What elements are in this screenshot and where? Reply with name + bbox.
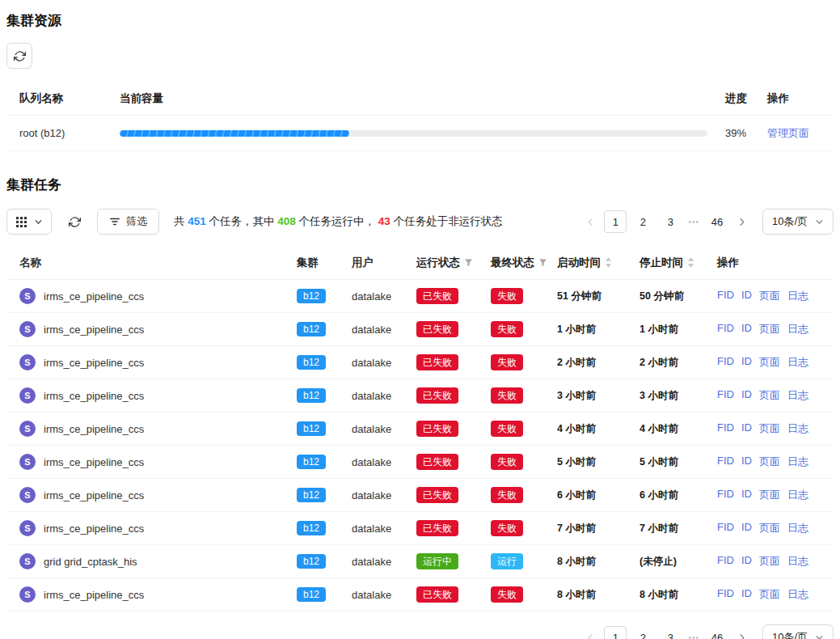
task-name: irms_ce_pipeline_ccs	[44, 357, 144, 369]
page-1-button[interactable]: 1	[604, 626, 627, 639]
id-link[interactable]: ID	[741, 355, 752, 370]
stop-time: 7 小时前	[639, 522, 717, 535]
user-name: datalake	[352, 489, 416, 501]
id-link[interactable]: ID	[741, 289, 752, 303]
fid-link[interactable]: FID	[717, 289, 734, 303]
page-2-button[interactable]: 2	[631, 210, 654, 233]
page-1-button[interactable]: 1	[604, 210, 627, 233]
prev-page-button[interactable]	[581, 626, 599, 639]
filter-button[interactable]: 筛选	[97, 209, 159, 235]
fid-link[interactable]: FID	[717, 554, 734, 569]
stop-time: 6 小时前	[639, 489, 717, 502]
id-link[interactable]: ID	[741, 587, 752, 602]
sort-icon[interactable]	[605, 257, 612, 268]
cluster-header: 集群	[297, 256, 352, 270]
grid-icon	[15, 216, 27, 228]
filter-funnel-icon[interactable]	[538, 258, 547, 267]
final-status-badge: 失败	[491, 354, 523, 370]
start-time: 8 小时前	[557, 588, 639, 602]
refresh-resources-button[interactable]	[6, 43, 32, 69]
log-link[interactable]: 日志	[787, 388, 808, 403]
run-status-badge: 已失败	[416, 354, 458, 370]
log-link[interactable]: 日志	[787, 455, 808, 469]
task-name: irms_ce_pipeline_ccs	[44, 290, 144, 303]
filter-funnel-icon[interactable]	[464, 258, 473, 267]
page-link[interactable]: 页面	[759, 488, 780, 502]
id-link[interactable]: ID	[741, 421, 752, 436]
next-page-button[interactable]	[733, 210, 751, 233]
fid-link[interactable]: FID	[717, 421, 734, 436]
chevron-down-icon	[815, 218, 824, 226]
page-size-select[interactable]: 10条/页	[762, 209, 834, 235]
fid-link[interactable]: FID	[717, 587, 734, 602]
log-link[interactable]: 日志	[787, 521, 808, 535]
table-row: S irms_ce_pipeline_ccs b12 datalake 已失败 …	[6, 512, 834, 545]
avatar: S	[19, 553, 36, 569]
pages-ellipsis[interactable]: •••	[686, 218, 701, 226]
avatar: S	[19, 454, 36, 470]
run-status-header: 运行状态	[416, 256, 491, 270]
queue-name: root (b12)	[19, 127, 120, 139]
user-name: datalake	[352, 589, 416, 601]
page-link[interactable]: 页面	[759, 355, 780, 370]
fid-link[interactable]: FID	[717, 355, 734, 370]
total-tasks-count: 451	[188, 215, 206, 227]
pages-ellipsis[interactable]: •••	[686, 633, 701, 639]
id-link[interactable]: ID	[741, 388, 752, 403]
log-link[interactable]: 日志	[787, 421, 808, 436]
page-link[interactable]: 页面	[759, 521, 780, 535]
page-link[interactable]: 页面	[759, 455, 780, 469]
log-link[interactable]: 日志	[787, 289, 808, 303]
page-link[interactable]: 页面	[759, 587, 780, 602]
manage-page-link[interactable]: 管理页面	[767, 127, 809, 139]
user-name: datalake	[352, 523, 416, 535]
next-page-button[interactable]	[733, 626, 751, 639]
cluster-badge: b12	[297, 521, 326, 535]
page-link[interactable]: 页面	[759, 421, 780, 436]
name-header: 名称	[19, 256, 297, 270]
summary-suffix: 个任务处于非运行状态	[390, 215, 503, 227]
fid-link[interactable]: FID	[717, 388, 734, 403]
id-link[interactable]: ID	[741, 488, 752, 502]
page-2-button[interactable]: 2	[631, 626, 654, 639]
id-link[interactable]: ID	[741, 554, 752, 569]
id-link[interactable]: ID	[741, 521, 752, 535]
cluster-badge: b12	[297, 587, 326, 602]
id-link[interactable]: ID	[741, 322, 752, 336]
table-row: S irms_ce_pipeline_ccs b12 datalake 已失败 …	[6, 446, 834, 479]
table-row: S irms_ce_pipeline_ccs b12 datalake 已失败 …	[6, 346, 834, 379]
stop-time: 1 小时前	[639, 323, 717, 336]
refresh-tasks-button[interactable]	[61, 209, 87, 235]
page-3-button[interactable]: 3	[659, 210, 682, 233]
task-name: irms_ce_pipeline_ccs	[44, 456, 144, 468]
column-settings-button[interactable]	[6, 209, 52, 235]
page-46-button[interactable]: 46	[706, 626, 728, 639]
log-link[interactable]: 日志	[787, 322, 808, 336]
cluster-resources-title: 集群资源	[6, 11, 834, 30]
stop-time-header: 停止时间	[639, 256, 717, 270]
id-link[interactable]: ID	[741, 455, 752, 469]
run-status-header-label: 运行状态	[416, 256, 460, 270]
page-size-select[interactable]: 10条/页	[762, 624, 834, 639]
fid-link[interactable]: FID	[717, 521, 734, 535]
page-link[interactable]: 页面	[759, 322, 780, 336]
tasks-table-header: 名称 集群 用户 运行状态 最终状态 启动时间	[6, 246, 834, 280]
page-link[interactable]: 页面	[759, 554, 780, 569]
log-link[interactable]: 日志	[787, 355, 808, 370]
log-link[interactable]: 日志	[787, 587, 808, 602]
page-link[interactable]: 页面	[759, 289, 780, 303]
page-46-button[interactable]: 46	[706, 210, 728, 233]
prev-page-button[interactable]	[581, 210, 599, 233]
fid-link[interactable]: FID	[717, 488, 734, 502]
cluster-badge: b12	[297, 421, 326, 436]
fid-link[interactable]: FID	[717, 322, 734, 336]
stop-time: 3 小时前	[639, 389, 717, 403]
avatar: S	[19, 421, 36, 437]
task-name: irms_ce_pipeline_ccs	[44, 489, 144, 501]
page-3-button[interactable]: 3	[659, 626, 682, 639]
log-link[interactable]: 日志	[787, 554, 808, 569]
page-link[interactable]: 页面	[759, 388, 780, 403]
log-link[interactable]: 日志	[787, 488, 808, 502]
sort-icon[interactable]	[687, 257, 694, 268]
fid-link[interactable]: FID	[717, 455, 734, 469]
